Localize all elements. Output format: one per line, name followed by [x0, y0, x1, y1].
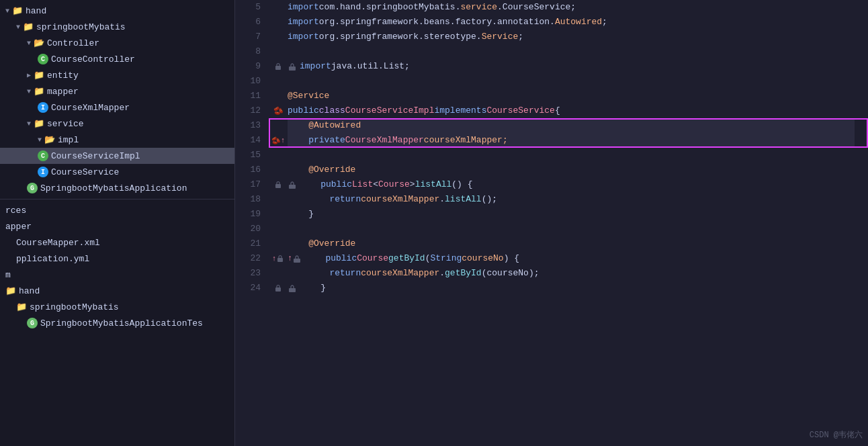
token: org.springframework.stereotype.	[319, 30, 482, 44]
code-content: 5 6 7 8 9 10 11 12 13 14 15 16 17 18 19 …	[235, 0, 868, 446]
sidebar: ▼ 📁 hand ▼ 📁 springbootMybatis ▼ 📂 Contr…	[0, 0, 235, 446]
gutter-cell	[269, 163, 288, 177]
arrow-icon: ▼	[27, 40, 31, 47]
gutter-cell-bean: 🫘	[269, 103, 288, 118]
gutter-cell	[269, 118, 288, 133]
token: import	[288, 30, 319, 44]
sidebar-item-label: CourseXmlMapper	[51, 103, 130, 113]
token: () {	[451, 177, 472, 192]
token: .CourseService;	[497, 0, 576, 15]
token: listAll	[445, 192, 482, 207]
token: (courseNo);	[482, 266, 539, 281]
code-line-16: @Override	[288, 163, 855, 177]
sidebar-item-CourseServiceImpl[interactable]: C CourseServiceImpl	[0, 148, 234, 164]
token: <	[373, 177, 378, 192]
token: .	[439, 192, 445, 207]
sidebar-item-SpringbootMybatisApplication[interactable]: G SpringbootMybatisApplication	[0, 180, 234, 196]
sidebar-item-label: springbootMybatis	[30, 302, 119, 312]
sidebar-item-label: hand	[19, 286, 40, 296]
folder-icon: 📁	[34, 118, 44, 129]
sidebar-item-label: hand	[26, 6, 46, 16]
gutter-cell-lock2	[269, 177, 288, 192]
sidebar-item-CourseController[interactable]: C CourseController	[0, 51, 234, 67]
code-line-10	[288, 74, 855, 89]
code-line-8	[288, 44, 855, 59]
folder-icon: 📂	[34, 38, 44, 48]
sidebar-item-label: SpringbootMybatisApplication	[40, 183, 187, 193]
sidebar-item-pplication-yml[interactable]: pplication.yml	[0, 251, 234, 267]
token: ;	[518, 30, 523, 44]
svg-rect-3	[275, 287, 281, 292]
token: class	[319, 103, 345, 118]
token: import	[288, 0, 319, 15]
code-line-11: @Service	[288, 89, 855, 103]
watermark: CSDN @韦佬六	[810, 429, 863, 441]
sidebar-item-label: Controller	[47, 38, 99, 48]
sidebar-item-label: entity	[47, 71, 79, 81]
token: @Autowired	[288, 118, 361, 133]
token: import	[300, 59, 331, 74]
token: }	[288, 207, 314, 222]
arrow-icon: ▼	[27, 88, 31, 95]
gutter-cell	[269, 236, 288, 251]
file-g-icon: G	[27, 318, 38, 328]
sidebar-item-rces: rces	[0, 202, 234, 218]
sidebar-item-CourseService[interactable]: I CourseService	[0, 164, 234, 180]
sidebar-item-CourseXmlMapper[interactable]: I CourseXmlMapper	[0, 99, 234, 116]
sidebar-item-label: impl	[58, 135, 79, 145]
token: {	[555, 103, 560, 118]
sidebar-item-springbootMybatis2[interactable]: 📁 springbootMybatis	[0, 299, 234, 315]
file-g-icon: G	[27, 183, 38, 193]
sidebar-item-label: CourseMapper.xml	[16, 238, 100, 248]
sidebar-item-label: apper	[5, 222, 32, 232]
folder-icon: 📁	[12, 5, 23, 16]
code-line-19: }	[288, 207, 855, 222]
gutter-cell	[269, 15, 288, 30]
sidebar-item-m: m	[0, 267, 234, 283]
token: Autowired	[555, 15, 602, 30]
code-line-20	[288, 222, 855, 236]
sidebar-item-label: m	[5, 270, 11, 280]
token: CourseXmlMapper	[345, 133, 424, 148]
sidebar-item-CourseMapper-xml[interactable]: CourseMapper.xml	[0, 234, 234, 251]
token: @Override	[288, 163, 355, 177]
code-line-9: import java.util.List;	[288, 59, 855, 74]
code-line-13: @Autowired	[288, 118, 855, 133]
token: listAll	[415, 177, 452, 192]
token: >	[410, 177, 415, 192]
code-line-14: private CourseXmlMapper courseXmlMapper;	[288, 133, 855, 148]
token: public	[288, 103, 319, 118]
token: org.springframework.beans.factory.annota…	[319, 15, 555, 30]
sidebar-item-mapper[interactable]: ▼ 📁 mapper	[0, 83, 234, 99]
folder-icon: 📂	[44, 134, 55, 145]
folder-icon: 📁	[34, 70, 44, 81]
sidebar-item-entity[interactable]: ▶ 📁 entity	[0, 67, 234, 83]
token: String	[430, 251, 462, 266]
svg-rect-2	[277, 258, 283, 262]
sidebar-item-service[interactable]: ▼ 📁 service	[0, 116, 234, 132]
token: public	[304, 251, 357, 266]
sidebar-item-hand2[interactable]: 📁 hand	[0, 283, 234, 299]
gutter-cell	[269, 0, 288, 15]
code-line-22: ↑ public Course getById(String courseNo)…	[288, 251, 855, 266]
token: courseXmlMapper;	[424, 133, 508, 148]
sidebar-item-hand[interactable]: ▼ 📁 hand	[0, 3, 234, 19]
code-line-12: public class CourseServiceImpl implement…	[288, 103, 855, 118]
sidebar-item-Controller[interactable]: ▼ 📂 Controller	[0, 35, 234, 51]
token: return	[288, 192, 361, 207]
token: courseXmlMapper	[361, 192, 439, 207]
code-lines: import com.hand.springbootMybatis.servic…	[288, 0, 868, 446]
sidebar-item-springbootMybatis[interactable]: ▼ 📁 springbootMybatis	[0, 19, 234, 35]
sidebar-item-impl[interactable]: ▼ 📂 impl	[0, 132, 234, 148]
token: implements	[434, 103, 486, 118]
token: Course	[378, 177, 410, 192]
sidebar-item-label: rces	[5, 206, 26, 216]
sidebar-item-SpringbootMybatisApplicationTes[interactable]: G SpringbootMybatisApplicationTes	[0, 315, 234, 331]
file-i-icon: I	[38, 102, 48, 113]
folder-icon: 📁	[23, 21, 34, 32]
code-line-7: import org.springframework.stereotype.Se…	[288, 30, 855, 44]
token: ;	[602, 15, 607, 30]
code-line-6: import org.springframework.beans.factory…	[288, 15, 855, 30]
sidebar-item-label: mapper	[47, 87, 79, 97]
folder-icon: 📁	[5, 285, 16, 296]
